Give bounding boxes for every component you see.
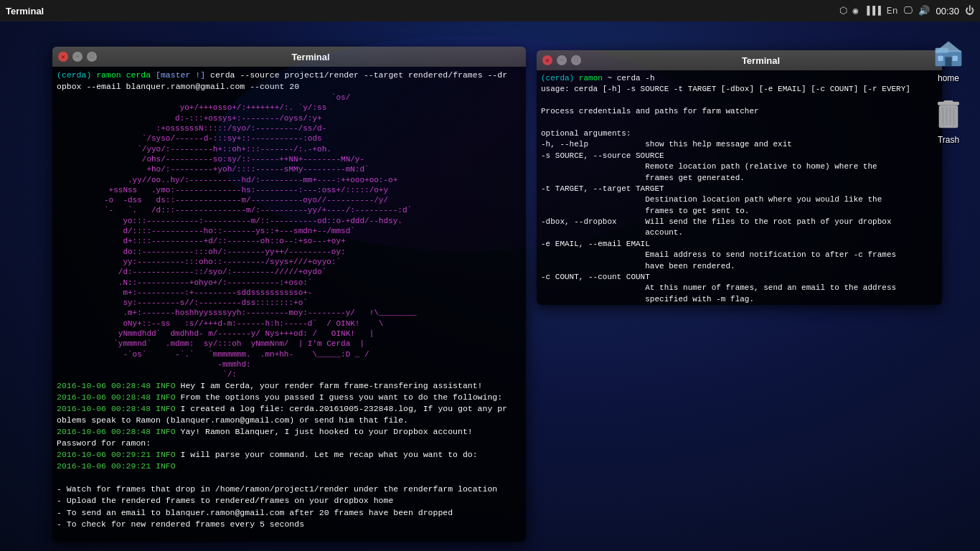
- maximize-button-1[interactable]: □: [87, 52, 97, 62]
- desktop-icons: home Trash: [931, 36, 966, 145]
- log-line-1: 2016-10-06 00:28:48 INFO Hey I am Cerda,…: [57, 380, 522, 392]
- maximize-button-2[interactable]: □: [571, 55, 581, 65]
- t2-usage: usage: cerda [-h] -s SOURCE -t TARGET [-…: [541, 84, 938, 95]
- terminal-titlebar-2: ✕ − □ Terminal: [537, 50, 942, 70]
- close-button-1[interactable]: ✕: [58, 52, 68, 62]
- log-line-2: 2016-10-06 00:28:48 INFO From the option…: [57, 392, 522, 403]
- terminal-window-2: ✕ − □ Terminal (cerda) ramon ~ cerda -h …: [537, 50, 942, 305]
- bullet-1: - Watch for frames that drop in /home/ra…: [57, 484, 522, 495]
- t2-arg-dbox: -dbox, --dropbox Will send the files to …: [541, 217, 938, 239]
- terminal-body-1[interactable]: (cerda) ramon cerda [master !] cerda --s…: [52, 67, 526, 542]
- close-button-2[interactable]: ✕: [542, 55, 552, 65]
- taskbar: Terminal ⬡ ◉ ▐▐▐ En 🖵 🔊 00:30 ⏻: [0, 0, 980, 22]
- home-icon-label: home: [938, 73, 959, 83]
- terminal-title-2: Terminal: [585, 55, 936, 66]
- t2-description: Process credentials and paths for farm w…: [541, 106, 938, 117]
- bullet-2: - Upload the rendered frames to rendered…: [57, 495, 522, 507]
- trash-icon: [931, 98, 966, 132]
- terminal-body-2[interactable]: (cerda) ramon ~ cerda -h usage: cerda [-…: [537, 70, 942, 305]
- svg-rect-10: [946, 108, 948, 126]
- taskbar-app-title: Terminal: [6, 6, 44, 17]
- taskbar-left: Terminal: [6, 6, 44, 17]
- svg-rect-5: [953, 56, 958, 61]
- t2-arg-c: -c COUNT, --count COUNT At this numer of…: [541, 272, 938, 305]
- terminal-titlebar-1: ✕ − □ Terminal: [52, 47, 526, 67]
- home-icon: [931, 36, 966, 70]
- log-line-3: 2016-10-06 00:28:48 INFO I created a log…: [57, 403, 522, 426]
- keyboard-icon[interactable]: En: [887, 6, 898, 17]
- desktop: Terminal ⬡ ◉ ▐▐▐ En 🖵 🔊 00:30 ⏻ ✕ − □ Te: [0, 0, 980, 551]
- t2-arg-e: -e EMAIL, --email EMAIL Email address to…: [541, 239, 938, 272]
- svg-rect-11: [950, 108, 951, 126]
- power-icon[interactable]: ⏻: [965, 6, 974, 17]
- taskbar-time: 00:30: [936, 6, 959, 17]
- t2-arg-h: -h, --help show this help message and ex…: [541, 139, 938, 150]
- t2-arg-t: -t TARGET, --target TARGET Destination l…: [541, 184, 938, 217]
- bullet-4: - To check for new rendered frames every…: [57, 519, 522, 530]
- ascii-art: `os/ yo+/+++osso+/:+++++++/:. `y/:ss d:-…: [57, 93, 522, 380]
- log-line-4: 2016-10-06 00:28:48 INFO Yay! Ramon Blan…: [57, 426, 522, 438]
- terminal-window-1: ✕ − □ Terminal (cerda) ramon cerda [mast…: [52, 47, 526, 542]
- log-line-5: 2016-10-06 00:29:21 INFO I will parse yo…: [57, 449, 522, 461]
- t2-arg-s: -s SOURCE, --source SOURCE Remote locati…: [541, 151, 938, 184]
- t2-optional-header: optional arguments:: [541, 128, 938, 139]
- dropbox-icon[interactable]: ⬡: [839, 5, 847, 17]
- svg-marker-2: [936, 42, 962, 52]
- svg-rect-12: [953, 108, 955, 126]
- password-prompt: Password for ramon:: [57, 438, 522, 449]
- minimize-button-1[interactable]: −: [72, 52, 83, 62]
- log-line-6: 2016-10-06 00:29:21 INFO: [57, 461, 522, 472]
- terminal-title-1: Terminal: [101, 52, 520, 62]
- screenshot-icon[interactable]: 🖵: [903, 6, 913, 17]
- volume-icon[interactable]: 🔊: [918, 5, 930, 17]
- bullet-3: - To send an email to blanquer.ramon@gma…: [57, 507, 522, 519]
- svg-rect-4: [938, 56, 943, 61]
- signal-icon[interactable]: ▐▐▐: [864, 6, 880, 17]
- svg-rect-9: [943, 108, 944, 126]
- svg-rect-7: [943, 100, 953, 103]
- trash-icon-label: Trash: [938, 135, 959, 145]
- minimize-button-2[interactable]: −: [557, 55, 567, 65]
- t2-command: (cerda) ramon ~ cerda -h: [541, 73, 938, 84]
- svg-rect-8: [939, 105, 958, 128]
- trash-icon-container[interactable]: Trash: [931, 98, 966, 145]
- command-line-1: (cerda) ramon cerda [master !] cerda --s…: [57, 70, 522, 93]
- taskbar-right: ⬡ ◉ ▐▐▐ En 🖵 🔊 00:30 ⏻: [839, 5, 974, 17]
- chrome-icon[interactable]: ◉: [853, 5, 859, 17]
- svg-rect-3: [945, 57, 951, 67]
- home-icon-container[interactable]: home: [931, 36, 966, 83]
